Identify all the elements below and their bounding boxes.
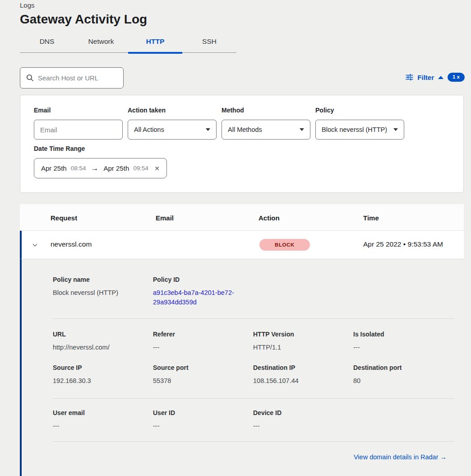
section-divider (53, 398, 454, 399)
start-time: 08:54 (71, 165, 86, 172)
email-filter-field: Email (34, 107, 123, 140)
referer-label: Referer (153, 331, 253, 338)
policy-id-cell: Policy ID a91c3eb4-ba7a-4201-be72-29a934… (153, 276, 253, 307)
policy-name-value: Block neverssl (HTTP) (53, 288, 153, 298)
source-port-label: Source port (153, 364, 253, 371)
source-port-value: 55378 (153, 376, 253, 386)
destination-port-label: Destination port (353, 364, 453, 371)
col-header-email: Email (156, 214, 174, 222)
action-taken-label: Action taken (128, 107, 217, 114)
user-id-value: --- (153, 421, 253, 431)
user-detail-section: User email --- User ID --- Device ID --- (53, 409, 454, 431)
device-id-label: Device ID (253, 409, 353, 416)
arrow-right-icon: → (91, 164, 99, 173)
filter-toggle-group: Filter 1 x (406, 72, 465, 82)
page-title: Gateway Activity Log (20, 12, 147, 27)
end-date: Apr 25th (104, 164, 129, 172)
col-header-request: Request (51, 214, 77, 222)
section-divider (53, 318, 454, 319)
action-taken-select[interactable]: All Actions (128, 120, 217, 140)
destination-ip-value: 108.156.107.44 (253, 376, 353, 386)
http-version-label: HTTP Version (253, 331, 353, 338)
action-taken-value: All Actions (134, 126, 164, 133)
row-detail-panel: Policy name Block neverssl (HTTP) Policy… (20, 259, 464, 476)
url-value: http://neverssl.com/ (53, 343, 153, 352)
network-detail-section: Source IP 192.168.30.3 Source port 55378… (53, 364, 454, 386)
tab-ssh[interactable]: SSH (182, 35, 236, 52)
start-date: Apr 25th (41, 164, 67, 172)
filter-panel: Email Action taken All Actions Method Al… (20, 95, 464, 193)
device-id-value: --- (253, 421, 353, 431)
email-filter-input[interactable] (34, 120, 122, 139)
active-tab-indicator (128, 52, 182, 54)
tab-dns[interactable]: DNS (20, 35, 74, 52)
tab-http[interactable]: HTTP (128, 35, 182, 52)
search-input[interactable] (38, 74, 123, 82)
table-header-row: Request Email Action Time (20, 204, 464, 231)
source-ip-label: Source IP (53, 364, 153, 371)
table-row[interactable]: neverssl.com BLOCK Apr 25 2022 • 9:53:53… (20, 231, 464, 259)
method-field: Method All Methods (222, 107, 310, 140)
date-range-input[interactable]: Apr 25th 08:54 → Apr 25th 09:54 ✕ (34, 158, 167, 178)
tab-network[interactable]: Network (74, 35, 128, 52)
filter-sliders-icon[interactable] (406, 74, 413, 81)
chevron-down-icon (206, 128, 210, 131)
row-request-host: neverssl.com (51, 240, 92, 248)
user-id-label: User ID (153, 409, 253, 416)
policy-label: Policy (315, 107, 404, 114)
row-time: Apr 25 2022 • 9:53:53 AM (363, 240, 443, 248)
destination-port-value: 80 (353, 376, 453, 386)
is-isolated-label: Is Isolated (353, 331, 453, 338)
source-ip-value: 192.168.30.3 (53, 376, 153, 386)
policy-id-label: Policy ID (153, 276, 253, 283)
filter-count-badge[interactable]: 1 x (448, 73, 465, 82)
search-icon (26, 74, 34, 82)
method-value: All Methods (228, 126, 262, 133)
email-filter-label: Email (34, 107, 123, 114)
search-box[interactable] (20, 67, 124, 89)
method-select[interactable]: All Methods (222, 120, 310, 140)
referer-value: --- (153, 343, 253, 352)
view-domain-details-radar-link[interactable]: View domain details in Radar → (354, 453, 447, 461)
policy-select[interactable]: Block neverssl (HTTP) (315, 120, 404, 140)
user-email-value: --- (53, 421, 153, 431)
policy-id-link[interactable]: a91c3eb4-ba7a-4201-be72-29a934dd359d (153, 288, 245, 307)
collapse-filter-icon[interactable] (438, 76, 443, 79)
policy-name-label: Policy name (53, 276, 153, 283)
http-version-value: HTTP/1.1 (253, 343, 353, 352)
chevron-down-icon (300, 128, 304, 131)
breadcrumb[interactable]: Logs (20, 1, 35, 9)
collapse-row-chevron-icon[interactable] (32, 242, 38, 248)
method-label: Method (222, 107, 310, 114)
policy-name-cell: Policy name Block neverssl (HTTP) (53, 276, 153, 307)
col-header-time: Time (363, 214, 379, 222)
clear-date-icon[interactable]: ✕ (154, 165, 160, 172)
filter-button[interactable]: Filter (417, 74, 434, 81)
log-type-tabs: DNS Network HTTP SSH (20, 35, 236, 53)
activity-log-table: Request Email Action Time neverssl.com B… (20, 204, 464, 476)
user-email-label: User email (53, 409, 153, 416)
http-detail-section: URL http://neverssl.com/ Referer --- HTT… (53, 331, 454, 352)
action-taken-field: Action taken All Actions (128, 107, 217, 140)
policy-value: Block neverssl (HTTP) (322, 126, 387, 133)
chevron-down-icon (393, 128, 398, 131)
policy-field: Policy Block neverssl (HTTP) (315, 107, 404, 140)
date-range-label: Date Time Range (34, 145, 85, 152)
destination-ip-label: Destination IP (253, 364, 353, 371)
policy-section: Policy name Block neverssl (HTTP) Policy… (53, 276, 454, 307)
email-filter-input-wrap (34, 120, 123, 140)
col-header-action: Action (259, 214, 280, 222)
section-divider (53, 441, 454, 442)
url-label: URL (53, 331, 153, 338)
status-badge-block: BLOCK (259, 239, 310, 251)
end-time: 09:54 (133, 165, 148, 172)
is-isolated-value: --- (353, 343, 453, 352)
